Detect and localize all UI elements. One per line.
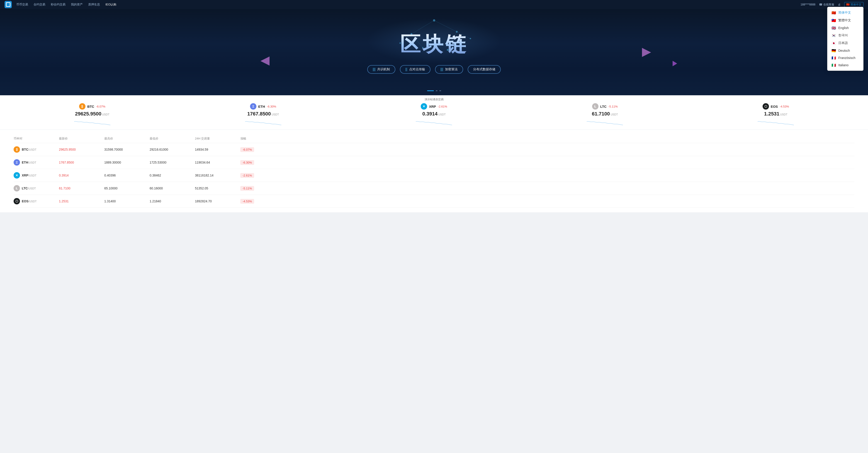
nav-link-5[interactable]: IEO认购 <box>105 2 116 7</box>
row-low-2: 0.38462 <box>150 174 195 177</box>
row-coin-icon-3: Ł <box>13 185 20 191</box>
nav-link-2[interactable]: 秒合约交易 <box>51 2 65 7</box>
lang-item-zh-TW[interactable]: 🇹🇼繁體中文 <box>828 17 863 24</box>
row-vol-3: 51352.05 <box>195 186 240 190</box>
lang-label-en: English <box>838 26 849 30</box>
headset-icon: ☎ <box>819 3 823 6</box>
lang-label-de: Deutsch <box>838 49 850 52</box>
nav-links: 币币交易合约交易秒合约交易我的资产质押生息IEO认购 <box>16 2 801 7</box>
lang-item-de[interactable]: 🇩🇪Deutsch <box>828 47 863 54</box>
row-coin-name-4: EOS/USDT <box>22 200 37 203</box>
ticker-item-ltc[interactable]: ŁLTC-5.11%61.7100USDT <box>582 103 627 127</box>
hero-badge-1[interactable]: ||点对点传输 <box>400 65 430 74</box>
table-header-5: 涨幅 <box>240 137 274 141</box>
logo[interactable] <box>4 1 12 8</box>
hero-badge-3[interactable]: 分布式数据存储 <box>468 65 501 74</box>
row-high-3: 65.10000 <box>104 186 150 190</box>
table-row[interactable]: ⬡EOS/USDT1.25311.314001.218401892824.70-… <box>13 195 855 208</box>
hero-title: 区块链 <box>400 31 468 58</box>
table-header-4: 24H 交易量 <box>195 137 240 141</box>
lang-item-ko[interactable]: 🇰🇷한국어 <box>828 32 863 39</box>
lang-item-zh-CN[interactable]: 🇨🇳简体中文 <box>828 9 863 17</box>
ticker-coin-name-3: LTC <box>600 104 607 109</box>
print-icon[interactable]: 🖨 <box>838 3 841 6</box>
nav-right: 188****8888 ☎ 在线客服 🖨 🇨🇳 简体中文 <box>801 2 864 7</box>
table-header-0: 币种对 <box>13 137 59 141</box>
ticker-unit-1: USDT <box>272 113 279 116</box>
ticker-item-xrp[interactable]: ✕XRP-2.61%0.3914USDT <box>411 103 457 127</box>
flag-fr: 🇫🇷 <box>832 56 836 59</box>
ticker-unit-0: USDT <box>102 113 110 116</box>
row-change-4: -4.53% <box>240 200 274 203</box>
ticker-item-eth[interactable]: ΞETH-6.30%1767.8500USDT <box>241 103 286 127</box>
row-price-4: 1.2531 <box>59 200 104 203</box>
row-change-3: -5.11% <box>240 186 274 190</box>
row-coin-name-3: LTC/USDT <box>22 186 36 190</box>
coin-icon-xrp: ✕ <box>421 103 427 110</box>
ticker-unit-3: USDT <box>611 113 618 116</box>
coin-icon-eos: ⬡ <box>763 103 769 110</box>
coin-icon-eth: Ξ <box>250 103 256 110</box>
coin-cell-0: ₿BTC/USDT <box>13 146 59 153</box>
lang-item-fr[interactable]: 🇫🇷Französisch <box>828 54 863 61</box>
flag-zh-TW: 🇹🇼 <box>832 19 836 22</box>
ticker-unit-4: USDT <box>780 113 787 116</box>
hero-badge-0[interactable]: |||共识机制 <box>367 65 395 74</box>
nav-user[interactable]: 188****8888 <box>801 3 815 6</box>
table-row[interactable]: ✕XRP/USDT0.39140.403960.3846238116182.14… <box>13 169 855 182</box>
badge-label-3: 分布式数据存储 <box>473 67 495 71</box>
row-vol-0: 14934.59 <box>195 148 240 151</box>
ticker-item-btc[interactable]: ₿BTC-6.07%29625.9500USDT <box>70 103 115 127</box>
lang-item-ja[interactable]: 🇯🇵日本語 <box>828 39 863 47</box>
badge-label-0: 共识机制 <box>377 67 390 71</box>
main-content: 币种对最新价最高价最低价24H 交易量涨幅 ₿BTC/USDT29625.950… <box>0 130 868 212</box>
table-row[interactable]: ŁLTC/USDT61.710065.1000060.1600051352.05… <box>13 182 855 195</box>
ticker-change-1: -6.30% <box>267 105 276 108</box>
row-high-1: 1889.30000 <box>104 160 150 164</box>
row-coin-icon-1: Ξ <box>13 159 20 165</box>
ticker-coin-name-4: EOS <box>771 104 778 109</box>
badge-icon-2: ||| <box>440 67 443 71</box>
svg-line-8 <box>434 21 457 32</box>
nav-link-0[interactable]: 币币交易 <box>16 2 28 7</box>
lang-label-ja: 日本語 <box>838 41 848 45</box>
coin-cell-4: ⬡EOS/USDT <box>13 198 59 204</box>
ticker-change-2: -2.61% <box>438 105 447 108</box>
flag-zh-CN: 🇨🇳 <box>832 11 836 14</box>
ticker-price-3: 61.7100 <box>592 111 610 117</box>
hero-section: 区块链 |||共识机制||点对点传输|||加密算法分布式数据存储 <box>0 9 868 95</box>
indicator-3[interactable] <box>439 90 441 91</box>
ticker-chart-1 <box>245 118 281 127</box>
ticker-change-3: -5.11% <box>609 105 618 108</box>
row-low-4: 1.21840 <box>150 200 195 203</box>
flag-ko: 🇰🇷 <box>832 34 836 37</box>
nav-link-3[interactable]: 我的资产 <box>71 2 83 7</box>
nav-lang-button[interactable]: 🇨🇳 简体中文 <box>844 2 864 7</box>
nav-link-4[interactable]: 质押生息 <box>88 2 100 7</box>
flag-ja: 🇯🇵 <box>832 41 836 45</box>
row-vol-2: 38116182.14 <box>195 174 240 177</box>
hero-badge-2[interactable]: |||加密算法 <box>435 65 463 74</box>
nav-link-1[interactable]: 合约交易 <box>34 2 45 7</box>
badge-label-1: 点对点传输 <box>409 67 425 71</box>
lang-label-zh-CN: 简体中文 <box>838 11 851 15</box>
table-row[interactable]: ΞETH/USDT1767.85001889.300001725.5300011… <box>13 156 855 169</box>
table-row[interactable]: ₿BTC/USDT29625.950031598.7000029216.6100… <box>13 143 855 156</box>
ticker-price-4: 1.2531 <box>764 111 779 117</box>
row-price-2: 0.3914 <box>59 174 104 177</box>
ticker-item-eos[interactable]: ⬡EOS-4.53%1.2531USDT <box>753 103 798 127</box>
ticker-coin-name-1: ETH <box>258 104 265 109</box>
row-low-1: 1725.53000 <box>150 160 195 164</box>
lang-item-it[interactable]: 🇮🇹Italiano <box>828 61 863 69</box>
ticker-price-0: 29625.9500 <box>75 111 101 117</box>
coin-icon-ltc: Ł <box>592 103 598 110</box>
nav-support[interactable]: ☎ 在线客服 <box>819 3 834 7</box>
deco-triangle-right <box>642 48 651 57</box>
lang-label-it: Italiano <box>838 63 848 67</box>
row-high-0: 31598.70000 <box>104 148 150 151</box>
lang-item-en[interactable]: 🇬🇧English <box>828 24 863 32</box>
ticker-items: ₿BTC-6.07%29625.9500USDTΞETH-6.30%1767.8… <box>9 103 859 127</box>
lang-label-zh-TW: 繁體中文 <box>838 19 851 23</box>
indicator-1[interactable] <box>427 90 434 91</box>
indicator-2[interactable] <box>436 90 437 91</box>
